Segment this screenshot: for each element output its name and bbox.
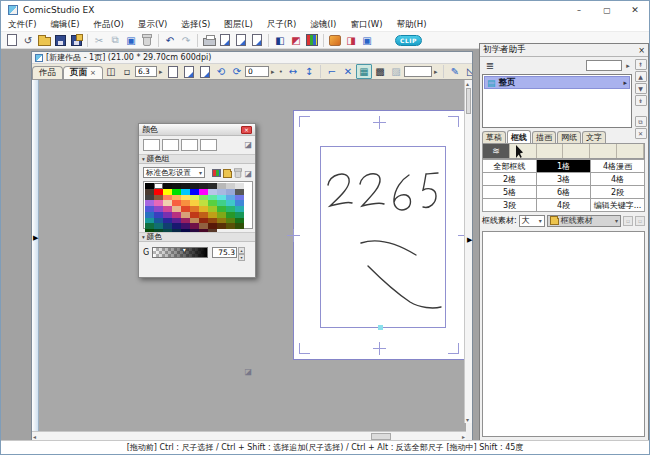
value-stepper[interactable]: ▴▾ — [238, 247, 245, 258]
preset-2-panel[interactable]: 2格 — [483, 173, 537, 186]
maximize-icon[interactable]: ▢ — [593, 1, 621, 19]
preset-all-frames[interactable]: 全部框线 — [483, 160, 537, 173]
menu-file[interactable]: 文件(F) — [1, 19, 44, 31]
pen-icon[interactable]: ✎ — [447, 64, 463, 79]
color-dialog-title-bar[interactable]: 颜色 × — [139, 124, 255, 136]
frame-tool-cell[interactable] — [510, 144, 537, 158]
list-item[interactable]: ▤ 整页 ▸ — [484, 76, 630, 89]
nav-up-icon[interactable]: ▲ — [635, 71, 647, 82]
flip-vertical-icon[interactable]: ↕ — [301, 64, 317, 79]
menu-ruler[interactable]: 尺子(R) — [260, 19, 304, 31]
menu-view[interactable]: 显示(V) — [131, 19, 174, 31]
preset-1-panel[interactable]: 1格 — [537, 160, 591, 173]
page-view-icon[interactable]: ◫ — [103, 64, 119, 79]
tab-close-icon[interactable]: × — [90, 69, 96, 77]
frame-tool-cell[interactable] — [563, 144, 590, 158]
window-page-icon[interactable]: ◨ — [343, 33, 359, 48]
ruler-preset-input[interactable] — [404, 66, 432, 77]
handle-right-icon[interactable]: ▶ — [33, 235, 38, 242]
nav-down-icon[interactable]: ▼ — [635, 83, 647, 94]
panel-menu-icon[interactable]: ◪ — [244, 169, 252, 178]
folder-icon[interactable] — [223, 171, 232, 178]
tab-tone[interactable]: 网纸 — [557, 131, 581, 143]
frame-tool-cell[interactable] — [537, 144, 564, 158]
open-icon[interactable] — [36, 33, 52, 48]
minimize-icon[interactable]: – — [565, 1, 593, 19]
edit-keywords-button[interactable]: 编辑关键字... — [591, 199, 645, 212]
menu-edit[interactable]: 编辑(E) — [44, 19, 87, 31]
page-filter-input[interactable] — [586, 60, 622, 71]
preset-5-panel[interactable]: 5格 — [483, 186, 537, 199]
redo-icon[interactable]: ↷ — [178, 33, 194, 48]
color-swatch[interactable] — [162, 139, 179, 151]
preset-4-row[interactable]: 4段 — [537, 199, 591, 212]
window-red-icon[interactable]: ◩ — [288, 33, 304, 48]
menu-layer[interactable]: 图层(L) — [217, 19, 259, 31]
reset-view-icon[interactable]: • — [277, 64, 285, 79]
panel-menu-icon[interactable]: ◪ — [244, 367, 252, 376]
dropdown-arrow-icon[interactable]: ▸ — [269, 64, 277, 79]
menu-window[interactable]: 窗口(W) — [343, 19, 389, 31]
gray-value-input[interactable] — [212, 247, 237, 258]
scroll-right-icon[interactable]: ▸ — [462, 433, 465, 440]
angle-input[interactable] — [245, 66, 269, 77]
row-arrow-icon[interactable]: ▸ — [623, 79, 627, 87]
tab-frame[interactable]: 框线 — [507, 130, 531, 143]
thumbnail-view-icon[interactable]: ▫ — [119, 64, 135, 79]
palette-swatch[interactable] — [217, 223, 226, 229]
dropdown-arrow-icon[interactable]: ▸ — [432, 64, 440, 79]
color-set-icon[interactable] — [212, 169, 221, 177]
material-remove-icon[interactable]: ▫ — [635, 216, 645, 226]
delete-item-icon[interactable]: ✕ — [635, 128, 647, 139]
print-icon[interactable] — [201, 33, 217, 48]
save-icon[interactable] — [52, 33, 68, 48]
story-list-icon[interactable]: ≣ — [482, 58, 498, 73]
scroll-down-icon[interactable]: ▾ — [466, 416, 469, 423]
window-palette-icon[interactable] — [304, 33, 320, 48]
handle-right-icon[interactable]: ▶ — [467, 237, 472, 244]
window-blue-icon[interactable]: ▣ — [359, 33, 375, 48]
copy-item-icon[interactable]: ⧉ — [635, 116, 647, 127]
material-add-icon[interactable]: ▫ — [623, 216, 633, 226]
panel-menu-icon[interactable]: ◪ — [244, 140, 252, 149]
page-template-icon[interactable] — [233, 33, 249, 48]
new-document-icon[interactable] — [4, 33, 20, 48]
copy-icon[interactable]: ⧉ — [107, 33, 123, 48]
frame-tool-cell[interactable] — [590, 144, 617, 158]
dropdown-arrow-icon[interactable]: ▸ — [157, 64, 165, 79]
revert-icon[interactable]: ↺ — [20, 33, 36, 48]
color-swatch[interactable] — [143, 139, 160, 151]
material-folder-select[interactable]: 框线素材▾ — [547, 215, 621, 227]
paste-icon[interactable]: ▣ — [123, 33, 139, 48]
color-preset-select[interactable]: 标准色彩设置 ▾ — [143, 167, 205, 178]
menu-select[interactable]: 选择(S) — [174, 19, 217, 31]
page-zoom-out-icon[interactable] — [197, 64, 213, 79]
preset-4-panel[interactable]: 4格 — [591, 173, 645, 186]
vertical-scrollbar[interactable]: ▴ ▾ — [464, 80, 472, 423]
scroll-left-icon[interactable]: ◂ — [33, 433, 36, 440]
material-list-area[interactable] — [482, 231, 645, 437]
preset-4koma[interactable]: 4格漫画 — [591, 160, 645, 173]
undo-icon[interactable]: ↶ — [162, 33, 178, 48]
page-wizard-icon[interactable] — [249, 33, 265, 48]
zoom-input[interactable] — [135, 66, 157, 77]
color-section-header[interactable]: ▾ 颜色 — [139, 232, 255, 242]
tab-page[interactable]: 页面× — [63, 66, 103, 80]
preset-3-row[interactable]: 3段 — [483, 199, 537, 212]
nav-first-icon[interactable]: ↟ — [635, 59, 647, 70]
window-story-icon[interactable]: ◧ — [272, 33, 288, 48]
cut-icon[interactable]: ✂ — [91, 33, 107, 48]
palette-swatch[interactable] — [226, 223, 235, 229]
material-size-select[interactable]: 大▾ — [519, 215, 545, 227]
page-properties-icon[interactable] — [217, 33, 233, 48]
tab-text[interactable]: 文字 — [582, 131, 606, 143]
delete-icon[interactable] — [139, 33, 155, 48]
corner-mark-icon[interactable]: ⌐ — [324, 64, 340, 79]
cross-mark-icon[interactable]: ✕ — [340, 64, 356, 79]
page-fit-icon[interactable] — [165, 64, 181, 79]
menu-help[interactable]: 帮助(H) — [389, 19, 433, 31]
preset-6-panel[interactable]: 6格 — [537, 186, 591, 199]
color-swatch[interactable] — [200, 139, 217, 151]
flip-horizontal-icon[interactable]: ↔ — [285, 64, 301, 79]
close-icon[interactable]: × — [638, 46, 645, 55]
